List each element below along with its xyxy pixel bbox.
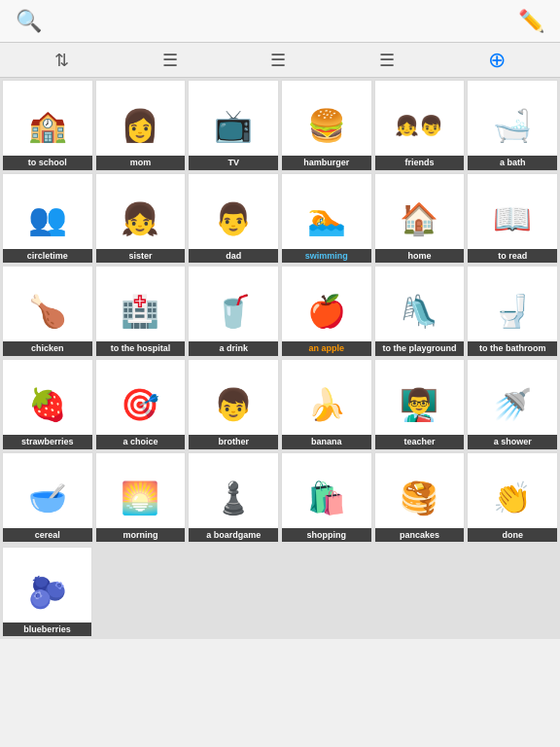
card-label-dad: dad xyxy=(189,249,278,264)
card-read[interactable]: to read xyxy=(467,173,558,265)
card-chicken[interactable]: chicken xyxy=(2,266,93,357)
card-mom[interactable]: mom xyxy=(95,80,187,171)
card-dad[interactable]: dad xyxy=(188,173,279,265)
card-label-cereal: cereal xyxy=(3,528,92,543)
card-boardgame[interactable]: a boardgame xyxy=(188,452,279,544)
card-bathroom[interactable]: to the bathroom xyxy=(467,266,558,357)
card-strawberries[interactable]: strawberries xyxy=(2,359,93,450)
search-icon[interactable]: 🔍 xyxy=(16,9,42,34)
card-brother[interactable]: brother xyxy=(188,359,279,450)
card-label-hamburger: hamburger xyxy=(282,156,371,170)
card-label-banana: banana xyxy=(282,435,371,449)
card-label-teacher: teacher xyxy=(375,435,465,449)
card-cereal[interactable]: cereal xyxy=(2,452,93,544)
card-school[interactable]: to school xyxy=(2,80,93,171)
list-btn-3[interactable]: ☰ xyxy=(371,48,402,73)
card-label-mom: mom xyxy=(96,156,186,170)
card-label-apple: an apple xyxy=(282,341,371,356)
card-label-swimming: swimming xyxy=(282,249,371,264)
card-grid: to schoolmomTVhamburgerfriendsa bathcirc… xyxy=(0,78,560,545)
card-bath[interactable]: a bath xyxy=(467,80,558,171)
card-hamburger[interactable]: hamburger xyxy=(281,80,372,171)
list-btn-1[interactable]: ☰ xyxy=(155,48,186,73)
card-label-choice: a choice xyxy=(96,435,186,449)
card-label-done: done xyxy=(468,528,557,543)
edit-icon[interactable]: ✏️ xyxy=(518,9,544,34)
sort-btn[interactable]: ⇅ xyxy=(47,48,77,73)
card-label-brother: brother xyxy=(189,435,278,449)
add-btn[interactable]: ⊕ xyxy=(480,46,513,75)
card-label-morning: morning xyxy=(96,528,186,543)
toolbar: ⇅ ☰ ☰ ☰ ⊕ xyxy=(0,43,560,78)
card-label-bathroom: to the bathroom xyxy=(468,341,557,356)
card-label-hospital: to the hospital xyxy=(96,341,186,356)
card-label-chicken: chicken xyxy=(3,341,92,356)
card-done[interactable]: done xyxy=(467,452,558,544)
card-playground[interactable]: to the playground xyxy=(374,266,466,357)
card-apple[interactable]: an apple xyxy=(281,266,372,357)
card-label-read: to read xyxy=(468,249,557,264)
card-label-shopping: shopping xyxy=(282,528,371,543)
card-label-strawberries: strawberries xyxy=(3,435,92,449)
card-label-friends: friends xyxy=(375,156,465,170)
card-label-pancakes: pancakes xyxy=(375,528,465,543)
card-label-circletime: circletime xyxy=(3,249,92,264)
card-label-playground: to the playground xyxy=(375,341,465,356)
card-hospital[interactable]: to the hospital xyxy=(95,266,187,357)
card-label-blueberries: blueberries xyxy=(3,622,91,637)
card-label-shower: a shower xyxy=(468,435,557,449)
card-label-tv: TV xyxy=(189,156,278,170)
card-teacher[interactable]: teacher xyxy=(374,359,466,450)
card-blueberries[interactable]: blueberries xyxy=(2,547,92,637)
card-drink[interactable]: a drink xyxy=(188,266,279,357)
card-home[interactable]: home xyxy=(374,173,466,265)
card-swimming[interactable]: swimming xyxy=(281,173,372,265)
card-label-drink: a drink xyxy=(189,341,278,356)
card-label-boardgame: a boardgame xyxy=(189,528,278,543)
header: 🔍 ✏️ ⇅ ☰ ☰ ☰ ⊕ xyxy=(0,0,560,78)
card-banana[interactable]: banana xyxy=(281,359,372,450)
card-tv[interactable]: TV xyxy=(188,80,279,171)
card-choice[interactable]: a choice xyxy=(95,359,187,450)
last-row: blueberries xyxy=(0,545,560,639)
card-label-home: home xyxy=(375,249,465,264)
card-morning[interactable]: morning xyxy=(95,452,187,544)
card-label-school: to school xyxy=(3,156,92,170)
card-friends[interactable]: friends xyxy=(374,80,466,171)
card-shopping[interactable]: shopping xyxy=(281,452,372,544)
list-btn-2[interactable]: ☰ xyxy=(262,48,294,73)
card-sister[interactable]: sister xyxy=(95,173,187,265)
card-circletime[interactable]: circletime xyxy=(2,173,93,265)
card-label-bath: a bath xyxy=(468,156,557,170)
card-pancakes[interactable]: pancakes xyxy=(374,452,466,544)
card-label-sister: sister xyxy=(96,249,186,264)
card-shower[interactable]: a shower xyxy=(467,359,558,450)
